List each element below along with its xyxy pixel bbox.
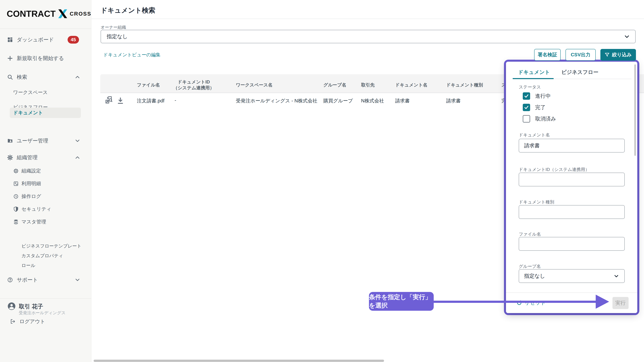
checkbox-label: 完了 — [535, 104, 546, 111]
checkbox-checked-icon — [523, 92, 530, 100]
sidebar-item-label: 組織管理 — [17, 154, 38, 161]
run-button[interactable]: 実行 — [612, 297, 628, 309]
gear-icon — [7, 155, 14, 161]
filter-panel: ドキュメント ビジネスフロー ステータス 進行中 完了 取消済み ド — [506, 62, 637, 313]
chevron-down-icon — [613, 273, 619, 279]
checkbox-in-progress[interactable]: 進行中 — [523, 92, 551, 100]
sidebar-item-support[interactable]: サポート — [0, 276, 92, 284]
col-header-workspace: ワークスペース名 — [236, 82, 272, 88]
sidebar-item-custom-property[interactable]: カスタムプロパティ — [0, 252, 92, 260]
doc-type-filter-input[interactable] — [519, 205, 625, 219]
filter-button-label: 絞り込み — [612, 51, 632, 58]
funnel-icon — [604, 52, 610, 57]
sidebar-item-label: サポート — [17, 276, 38, 283]
file-name-filter-input[interactable] — [519, 237, 625, 251]
col-header-doc-type: ドキュメント種別 — [446, 82, 483, 88]
sidebar-item-new-deal[interactable]: 新規取引を開始する — [0, 54, 92, 63]
download-icon[interactable] — [116, 96, 124, 105]
sidebar-item-label: ワークスペース — [13, 89, 48, 96]
owner-org-select[interactable]: 指定なし — [100, 30, 636, 43]
logout-button[interactable]: ログアウト — [0, 317, 92, 326]
plus-icon — [7, 55, 14, 61]
status-filter-label: ステータス — [519, 84, 541, 90]
sidebar-item-usage[interactable]: 利用明細 — [0, 179, 92, 188]
file-name-filter-label: ファイル名 — [519, 231, 541, 237]
doc-type-filter-label: ドキュメント種別 — [519, 199, 554, 205]
gear-outline-icon — [13, 168, 19, 174]
sidebar-item-workspace[interactable]: ワークスペース — [0, 88, 92, 97]
tab-active-underline — [513, 78, 554, 79]
signature-verify-button[interactable]: 署名検証 — [534, 49, 561, 61]
cell-doc-name: 請求書 — [395, 97, 410, 104]
logo-text-contract: CONTRACT — [7, 9, 56, 19]
sidebar-item-user-management[interactable]: ユーザー管理 — [0, 136, 92, 145]
shield-icon — [13, 206, 19, 212]
sidebar-item-security[interactable]: セキュリティ — [0, 205, 92, 213]
logout-label: ログアウト — [20, 318, 45, 325]
checkbox-label: 取消済み — [535, 115, 556, 122]
page-title: ドキュメント検索 — [100, 6, 155, 15]
dashboard-icon — [7, 37, 14, 43]
tab-businessflow[interactable]: ビジネスフロー — [561, 69, 598, 76]
checkbox-checked-icon — [523, 104, 530, 111]
cell-doc-type: 請求書 — [446, 97, 461, 104]
sidebar-item-search[interactable]: 検索 — [0, 73, 92, 81]
sidebar-item-org-settings[interactable]: 組織設定 — [0, 167, 92, 175]
group-filter-value: 指定なし — [524, 273, 545, 280]
folder-user-icon — [7, 138, 14, 144]
doc-id-filter-input[interactable] — [519, 173, 625, 186]
chevron-up-icon — [74, 74, 81, 80]
reset-label: リセット — [524, 299, 546, 306]
doc-id-filter-label: ドキュメントID（システム連携用） — [519, 167, 590, 172]
sidebar-divider-top — [0, 28, 92, 29]
doc-name-filter-label: ドキュメント名 — [519, 132, 550, 138]
panel-scrollbar-thumb[interactable] — [634, 64, 636, 156]
reset-link[interactable]: リセット — [516, 299, 546, 306]
sidebar-item-label: 操作ログ — [22, 193, 41, 200]
dashboard-badge: 45 — [68, 36, 79, 43]
sidebar-item-operation-log[interactable]: 操作ログ — [0, 192, 92, 201]
sidebar-item-label: カスタムプロパティ — [22, 253, 63, 259]
search-icon — [7, 74, 14, 80]
horizontal-scrollbar-thumb[interactable] — [94, 360, 384, 362]
help-icon — [7, 277, 14, 283]
cell-group: 購買グループ — [323, 97, 353, 104]
sidebar-item-bf-template[interactable]: ビジネスフローテンプレート — [0, 242, 92, 250]
logout-icon — [10, 319, 16, 324]
logo-text-cross: CROSS — [70, 11, 92, 17]
checkbox-label: 進行中 — [535, 92, 551, 99]
filter-button[interactable]: 絞り込み — [600, 49, 636, 61]
doc-name-filter-input[interactable] — [519, 139, 625, 152]
panel-footer-divider — [506, 293, 637, 293]
sidebar-item-label: ダッシュボード — [17, 36, 54, 43]
user-organization: 受発注ホールディングス — [19, 310, 66, 316]
sidebar-item-role[interactable]: ロール — [0, 261, 92, 270]
checkbox-cancelled[interactable]: 取消済み — [523, 115, 556, 122]
sidebar-divider-bottom — [0, 298, 92, 299]
annotation-arrow-line — [433, 301, 596, 303]
history-icon — [13, 194, 19, 199]
owner-org-label: オーナー組織 — [100, 24, 126, 30]
csv-export-button[interactable]: CSV出力 — [566, 49, 596, 61]
sidebar-item-master-management[interactable]: マスタ管理 — [0, 218, 92, 226]
avatar-icon — [7, 302, 16, 311]
chevron-down-icon — [624, 33, 630, 40]
edit-document-view-link[interactable]: ドキュメントビューの編集 — [103, 52, 160, 58]
group-filter-select[interactable]: 指定なし — [519, 269, 625, 283]
header-divider — [92, 18, 644, 19]
tab-document[interactable]: ドキュメント — [518, 69, 550, 76]
sidebar-item-org-management[interactable]: 組織管理 — [0, 153, 92, 162]
receipt-icon — [13, 181, 19, 187]
sidebar-item-label: ユーザー管理 — [17, 137, 48, 144]
checkbox-done[interactable]: 完了 — [523, 104, 546, 111]
sidebar-item-document-active[interactable]: ドキュメント — [10, 108, 81, 118]
cell-workspace: 受発注ホールディングス - N株式会社 — [236, 97, 317, 104]
preview-document-icon[interactable] — [104, 96, 114, 105]
owner-org-value: 指定なし — [107, 33, 128, 40]
chevron-down-icon — [74, 277, 81, 283]
cell-doc-id: - — [174, 97, 176, 103]
chevron-down-icon — [74, 138, 81, 144]
sidebar-item-label: ロール — [22, 263, 35, 269]
sidebar-item-label: 検索 — [17, 73, 27, 81]
sidebar-item-label: ドキュメント — [13, 109, 43, 116]
